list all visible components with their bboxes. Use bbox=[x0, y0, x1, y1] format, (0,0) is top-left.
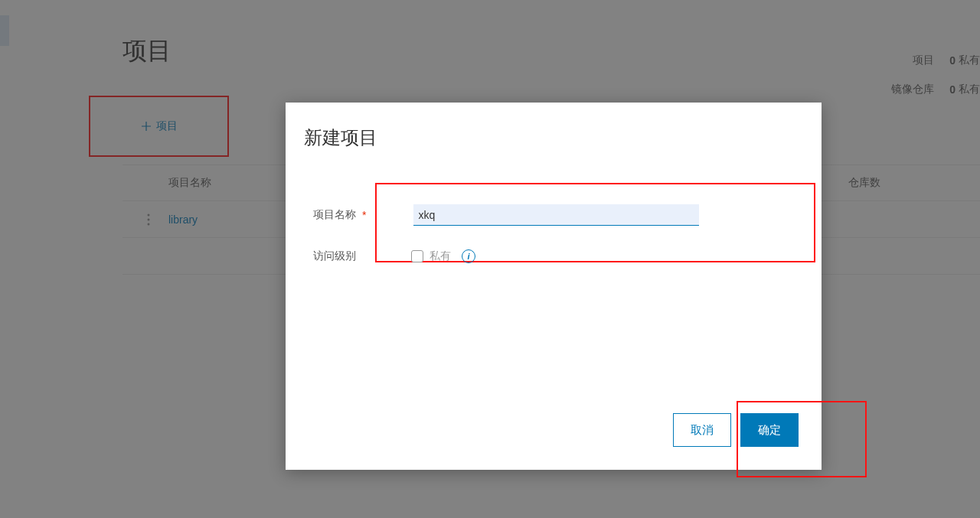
cancel-button[interactable]: 取消 bbox=[673, 413, 731, 447]
private-label: 私有 bbox=[430, 249, 451, 263]
name-label: 项目名称 bbox=[313, 208, 359, 222]
required-indicator: * bbox=[362, 209, 366, 221]
form-row-access-level: 访问级别 私有 i bbox=[313, 249, 475, 263]
private-checkbox[interactable] bbox=[411, 250, 423, 262]
level-label: 访问级别 bbox=[313, 249, 359, 263]
form-row-name: 项目名称 * bbox=[313, 204, 699, 226]
private-checkbox-wrap: 私有 i bbox=[411, 249, 475, 263]
project-name-input[interactable] bbox=[413, 204, 699, 226]
modal-title: 新建项目 bbox=[304, 125, 377, 150]
confirm-highlight bbox=[737, 401, 867, 477]
info-icon[interactable]: i bbox=[462, 249, 475, 263]
